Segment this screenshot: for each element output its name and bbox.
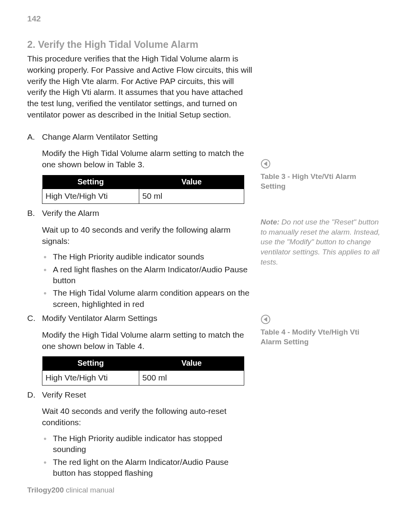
step-b-letter: B.	[27, 208, 35, 219]
table-3-cell-setting: High Vte/High Vti	[42, 189, 139, 204]
table-4: Setting Value High Vte/High Vti 500 ml	[42, 356, 244, 385]
step-b-bullets: The High Priority audible indicator soun…	[42, 251, 253, 310]
table-4-pointer-block: Table 4 - Modify Vte/High Vti Alarm Sett…	[261, 314, 381, 347]
footer-product: Trilogy200	[27, 486, 64, 494]
page-footer: Trilogy200 clinical manual	[27, 486, 114, 494]
table-4-cell-value: 500 ml	[139, 370, 244, 385]
page-number: 142	[27, 14, 393, 23]
list-item: The High Priority audible indicator soun…	[42, 251, 253, 262]
step-d-letter: D.	[27, 389, 35, 401]
step-c-body: Modify the High Tidal Volume alarm setti…	[42, 329, 253, 352]
step-b: B. Verify the Alarm Wait up to 40 second…	[27, 208, 253, 310]
list-item: The High Tidal Volume alarm condition ap…	[42, 287, 253, 310]
step-c: C. Modify Ventilator Alarm Settings Modi…	[27, 313, 253, 385]
footer-doc: clinical manual	[64, 486, 114, 494]
list-item: A red light flashes on the Alarm Indicat…	[42, 264, 253, 286]
step-c-title: Modify Ventilator Alarm Settings	[42, 313, 253, 324]
side-note: Note: Do not use the "Reset" button to m…	[261, 217, 381, 267]
step-a-letter: A.	[27, 131, 35, 143]
main-column: 2. Verify the High Tidal Volume Alarm Th…	[27, 23, 253, 482]
table-3-caption: Table 3 - High Vte/Vti Alarm Setting	[261, 172, 381, 191]
pointer-left-icon	[261, 159, 271, 169]
side-note-block: Note: Do not use the "Reset" button to m…	[261, 217, 381, 267]
table-3-header-setting: Setting	[42, 175, 139, 189]
step-b-body: Wait up to 40 seconds and verify the fol…	[42, 224, 253, 247]
step-a: A. Change Alarm Ventilator Setting Modif…	[27, 131, 253, 204]
intro-paragraph: This procedure verifies that the High Ti…	[27, 53, 253, 121]
table-row: High Vte/High Vti 500 ml	[42, 370, 244, 385]
table-3: Setting Value High Vte/High Vti 50 ml	[42, 175, 244, 204]
step-d-title: Verify Reset	[42, 389, 253, 401]
table-4-header-value: Value	[139, 356, 244, 370]
step-a-title: Change Alarm Ventilator Setting	[42, 131, 253, 143]
side-note-label: Note:	[261, 218, 280, 226]
table-3-pointer-block: Table 3 - High Vte/Vti Alarm Setting	[261, 159, 381, 191]
step-d: D. Verify Reset Wait 40 seconds and veri…	[27, 389, 253, 479]
list-item: The red light on the Alarm Indicator/Aud…	[42, 457, 253, 479]
svg-marker-1	[264, 161, 267, 166]
step-b-title: Verify the Alarm	[42, 208, 253, 219]
svg-marker-3	[264, 317, 267, 322]
step-a-body: Modify the High Tidal Volume alarm setti…	[42, 148, 253, 170]
table-3-header-value: Value	[139, 175, 244, 189]
table-4-caption: Table 4 - Modify Vte/High Vti Alarm Sett…	[261, 328, 381, 347]
table-row: High Vte/High Vti 50 ml	[42, 189, 244, 204]
step-list: A. Change Alarm Ventilator Setting Modif…	[27, 131, 253, 479]
pointer-left-icon	[261, 314, 271, 324]
table-4-cell-setting: High Vte/High Vti	[42, 370, 139, 385]
step-c-letter: C.	[27, 313, 35, 324]
table-4-header-setting: Setting	[42, 356, 139, 370]
step-d-bullets: The High Priority audible indicator has …	[42, 433, 253, 478]
section-heading: 2. Verify the High Tidal Volume Alarm	[27, 39, 253, 50]
list-item: The High Priority audible indicator has …	[42, 433, 253, 455]
step-d-body: Wait 40 seconds and verify the following…	[42, 406, 253, 428]
table-3-cell-value: 50 ml	[139, 189, 244, 204]
